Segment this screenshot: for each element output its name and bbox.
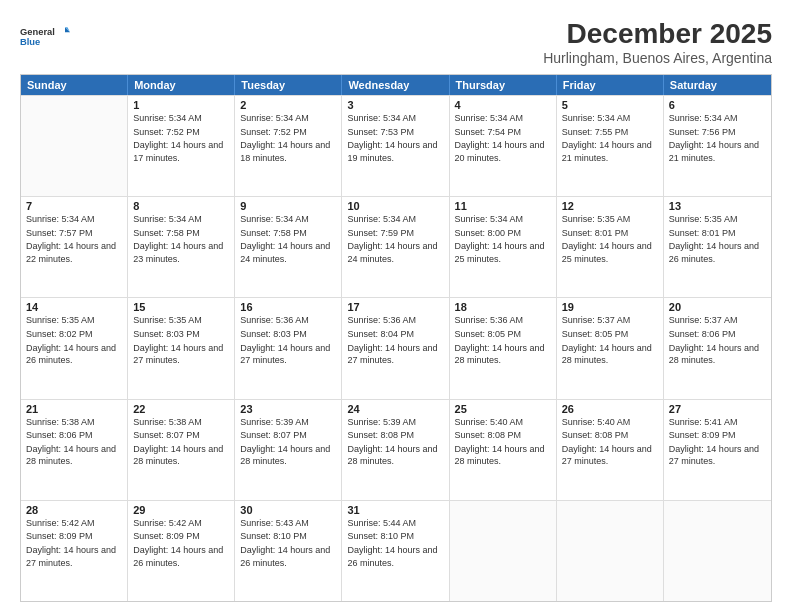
cell-sunrise: Sunrise: 5:34 AM: [240, 112, 336, 125]
calendar-cell: 9 Sunrise: 5:34 AM Sunset: 7:58 PM Dayli…: [235, 197, 342, 297]
cell-daylight: Daylight: 14 hours and 25 minutes.: [455, 240, 551, 265]
cell-sunset: Sunset: 7:54 PM: [455, 126, 551, 139]
cell-day-number: 8: [133, 200, 229, 212]
cell-day-number: 12: [562, 200, 658, 212]
calendar-cell: [557, 501, 664, 601]
cell-sunrise: Sunrise: 5:37 AM: [562, 314, 658, 327]
calendar-cell: 7 Sunrise: 5:34 AM Sunset: 7:57 PM Dayli…: [21, 197, 128, 297]
cell-day-number: 6: [669, 99, 766, 111]
weekday-header: Thursday: [450, 75, 557, 95]
cell-daylight: Daylight: 14 hours and 19 minutes.: [347, 139, 443, 164]
cell-sunrise: Sunrise: 5:34 AM: [562, 112, 658, 125]
calendar-cell: 5 Sunrise: 5:34 AM Sunset: 7:55 PM Dayli…: [557, 96, 664, 196]
cell-sunset: Sunset: 8:09 PM: [669, 429, 766, 442]
calendar-cell: 13 Sunrise: 5:35 AM Sunset: 8:01 PM Dayl…: [664, 197, 771, 297]
logo: General Blue: [20, 18, 70, 54]
svg-text:General: General: [20, 27, 55, 37]
cell-sunrise: Sunrise: 5:41 AM: [669, 416, 766, 429]
cell-daylight: Daylight: 14 hours and 28 minutes.: [133, 443, 229, 468]
calendar-cell: 30 Sunrise: 5:43 AM Sunset: 8:10 PM Dayl…: [235, 501, 342, 601]
cell-day-number: 22: [133, 403, 229, 415]
cell-sunrise: Sunrise: 5:34 AM: [455, 213, 551, 226]
cell-sunrise: Sunrise: 5:36 AM: [347, 314, 443, 327]
cell-sunset: Sunset: 8:03 PM: [133, 328, 229, 341]
page-header: General Blue December 2025 Hurlingham, B…: [20, 18, 772, 66]
cell-sunrise: Sunrise: 5:37 AM: [669, 314, 766, 327]
cell-day-number: 16: [240, 301, 336, 313]
cell-day-number: 15: [133, 301, 229, 313]
calendar-cell: 18 Sunrise: 5:36 AM Sunset: 8:05 PM Dayl…: [450, 298, 557, 398]
calendar-cell: 19 Sunrise: 5:37 AM Sunset: 8:05 PM Dayl…: [557, 298, 664, 398]
cell-daylight: Daylight: 14 hours and 21 minutes.: [669, 139, 766, 164]
cell-daylight: Daylight: 14 hours and 27 minutes.: [26, 544, 122, 569]
cell-daylight: Daylight: 14 hours and 28 minutes.: [455, 443, 551, 468]
cell-daylight: Daylight: 14 hours and 17 minutes.: [133, 139, 229, 164]
calendar-cell: 6 Sunrise: 5:34 AM Sunset: 7:56 PM Dayli…: [664, 96, 771, 196]
calendar-cell: 16 Sunrise: 5:36 AM Sunset: 8:03 PM Dayl…: [235, 298, 342, 398]
cell-day-number: 14: [26, 301, 122, 313]
cell-sunrise: Sunrise: 5:40 AM: [455, 416, 551, 429]
cell-daylight: Daylight: 14 hours and 22 minutes.: [26, 240, 122, 265]
cell-daylight: Daylight: 14 hours and 28 minutes.: [240, 443, 336, 468]
cell-sunrise: Sunrise: 5:40 AM: [562, 416, 658, 429]
calendar-cell: 29 Sunrise: 5:42 AM Sunset: 8:09 PM Dayl…: [128, 501, 235, 601]
calendar-cell: 27 Sunrise: 5:41 AM Sunset: 8:09 PM Dayl…: [664, 400, 771, 500]
cell-sunset: Sunset: 8:09 PM: [26, 530, 122, 543]
cell-sunrise: Sunrise: 5:36 AM: [240, 314, 336, 327]
cell-sunset: Sunset: 7:53 PM: [347, 126, 443, 139]
cell-daylight: Daylight: 14 hours and 25 minutes.: [562, 240, 658, 265]
cell-sunset: Sunset: 8:03 PM: [240, 328, 336, 341]
cell-day-number: 26: [562, 403, 658, 415]
logo-svg: General Blue: [20, 18, 70, 54]
weekday-header: Monday: [128, 75, 235, 95]
cell-daylight: Daylight: 14 hours and 26 minutes.: [133, 544, 229, 569]
cell-sunset: Sunset: 8:08 PM: [347, 429, 443, 442]
weekday-header: Friday: [557, 75, 664, 95]
cell-daylight: Daylight: 14 hours and 27 minutes.: [133, 342, 229, 367]
cell-sunset: Sunset: 8:05 PM: [562, 328, 658, 341]
cell-daylight: Daylight: 14 hours and 26 minutes.: [669, 240, 766, 265]
cell-daylight: Daylight: 14 hours and 26 minutes.: [26, 342, 122, 367]
cell-sunrise: Sunrise: 5:43 AM: [240, 517, 336, 530]
cell-sunrise: Sunrise: 5:35 AM: [669, 213, 766, 226]
calendar-cell: 28 Sunrise: 5:42 AM Sunset: 8:09 PM Dayl…: [21, 501, 128, 601]
cell-daylight: Daylight: 14 hours and 27 minutes.: [562, 443, 658, 468]
cell-day-number: 20: [669, 301, 766, 313]
calendar-cell: 1 Sunrise: 5:34 AM Sunset: 7:52 PM Dayli…: [128, 96, 235, 196]
cell-day-number: 5: [562, 99, 658, 111]
cell-day-number: 3: [347, 99, 443, 111]
calendar-cell: 20 Sunrise: 5:37 AM Sunset: 8:06 PM Dayl…: [664, 298, 771, 398]
cell-sunrise: Sunrise: 5:34 AM: [26, 213, 122, 226]
cell-sunset: Sunset: 8:02 PM: [26, 328, 122, 341]
cell-sunset: Sunset: 7:59 PM: [347, 227, 443, 240]
cell-sunset: Sunset: 8:10 PM: [240, 530, 336, 543]
calendar-cell: 26 Sunrise: 5:40 AM Sunset: 8:08 PM Dayl…: [557, 400, 664, 500]
cell-daylight: Daylight: 14 hours and 27 minutes.: [347, 342, 443, 367]
calendar-cell: 3 Sunrise: 5:34 AM Sunset: 7:53 PM Dayli…: [342, 96, 449, 196]
calendar-body: 1 Sunrise: 5:34 AM Sunset: 7:52 PM Dayli…: [21, 95, 771, 601]
cell-day-number: 1: [133, 99, 229, 111]
cell-daylight: Daylight: 14 hours and 18 minutes.: [240, 139, 336, 164]
weekday-header: Tuesday: [235, 75, 342, 95]
cell-day-number: 11: [455, 200, 551, 212]
calendar-cell: 23 Sunrise: 5:39 AM Sunset: 8:07 PM Dayl…: [235, 400, 342, 500]
calendar-row: 21 Sunrise: 5:38 AM Sunset: 8:06 PM Dayl…: [21, 399, 771, 500]
cell-daylight: Daylight: 14 hours and 28 minutes.: [562, 342, 658, 367]
calendar-cell: 21 Sunrise: 5:38 AM Sunset: 8:06 PM Dayl…: [21, 400, 128, 500]
cell-sunrise: Sunrise: 5:35 AM: [133, 314, 229, 327]
subtitle: Hurlingham, Buenos Aires, Argentina: [543, 50, 772, 66]
cell-sunset: Sunset: 7:56 PM: [669, 126, 766, 139]
cell-daylight: Daylight: 14 hours and 24 minutes.: [240, 240, 336, 265]
cell-sunrise: Sunrise: 5:34 AM: [347, 213, 443, 226]
cell-sunrise: Sunrise: 5:38 AM: [26, 416, 122, 429]
cell-sunrise: Sunrise: 5:34 AM: [347, 112, 443, 125]
calendar-cell: 11 Sunrise: 5:34 AM Sunset: 8:00 PM Dayl…: [450, 197, 557, 297]
cell-sunset: Sunset: 8:05 PM: [455, 328, 551, 341]
cell-day-number: 23: [240, 403, 336, 415]
cell-sunrise: Sunrise: 5:34 AM: [133, 112, 229, 125]
cell-day-number: 17: [347, 301, 443, 313]
calendar-header: SundayMondayTuesdayWednesdayThursdayFrid…: [21, 75, 771, 95]
weekday-header: Sunday: [21, 75, 128, 95]
calendar-row: 1 Sunrise: 5:34 AM Sunset: 7:52 PM Dayli…: [21, 95, 771, 196]
cell-daylight: Daylight: 14 hours and 21 minutes.: [562, 139, 658, 164]
